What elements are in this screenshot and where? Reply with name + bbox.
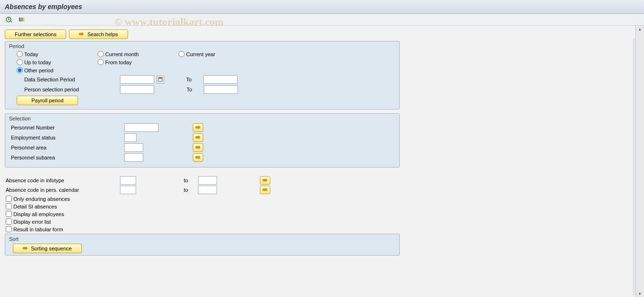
absence-infotype-label: Absence code in infotype	[6, 178, 120, 183]
absence-infotype-to-input[interactable]	[198, 176, 217, 185]
selection-group: Selection Personnel Number Employment st…	[5, 113, 400, 168]
data-selection-from-input[interactable]	[120, 75, 154, 84]
detail-si-absences-label[interactable]: Detail SI absences	[13, 204, 57, 209]
to-label-3: to	[184, 178, 198, 183]
result-tabular-checkbox[interactable]	[6, 226, 12, 232]
arrow-right-icon	[79, 32, 84, 37]
period-legend: Period	[8, 42, 396, 51]
page-title: Absences by employees	[0, 0, 644, 14]
radio-current-year[interactable]	[178, 51, 185, 57]
radio-current-month-label[interactable]: Current month	[105, 51, 139, 57]
arrow-right-icon	[196, 125, 201, 130]
svg-rect-3	[22, 18, 23, 21]
data-selection-to-input[interactable]	[203, 75, 238, 84]
svg-rect-2	[20, 18, 21, 21]
main-content: Further selections Search helps Period T…	[0, 26, 644, 297]
arrow-right-icon	[263, 188, 268, 193]
sort-legend: Sort	[8, 235, 396, 244]
arrow-right-icon	[196, 155, 201, 160]
multiple-selection-button[interactable]	[193, 133, 203, 142]
app-toolbar	[0, 14, 644, 26]
radio-from-today-label[interactable]: From today	[105, 59, 132, 65]
multiple-selection-button[interactable]	[193, 143, 203, 152]
multiple-selection-button[interactable]	[193, 123, 203, 132]
radio-other-period[interactable]	[17, 67, 23, 73]
radio-today-label[interactable]: Today	[24, 51, 38, 57]
personnel-number-label: Personnel Number	[11, 125, 121, 130]
personnel-number-input[interactable]	[124, 123, 159, 132]
radio-up-to-today[interactable]	[17, 59, 23, 65]
radio-current-year-label[interactable]: Current year	[186, 51, 215, 57]
personnel-subarea-label: Personnel subarea	[11, 155, 121, 160]
svg-rect-1	[19, 18, 20, 21]
execute-icon[interactable]	[5, 16, 13, 23]
radio-today[interactable]	[17, 51, 23, 57]
svg-rect-4	[23, 18, 24, 21]
to-label-4: to	[184, 187, 198, 193]
absence-calendar-to-input[interactable]	[198, 186, 217, 194]
personnel-subarea-input[interactable]	[124, 153, 143, 162]
period-group: Period Today Current month Current year …	[5, 41, 400, 109]
radio-up-to-today-label[interactable]: Up to today	[24, 59, 51, 65]
display-error-list-checkbox[interactable]	[6, 218, 12, 225]
sorting-sequence-button[interactable]: Sorting sequence	[13, 244, 82, 253]
radio-other-period-label[interactable]: Other period	[24, 68, 53, 73]
arrow-right-icon	[196, 145, 201, 150]
employment-status-label: Employment status	[11, 135, 121, 140]
sort-group: Sort Sorting sequence	[5, 234, 400, 256]
to-label-1: To	[186, 77, 200, 82]
personnel-area-label: Personnel area	[11, 145, 121, 150]
payroll-period-button[interactable]: Payroll period	[17, 96, 78, 105]
employment-status-input[interactable]	[124, 133, 137, 142]
search-helps-button[interactable]: Search helps	[69, 30, 128, 39]
selection-legend: Selection	[8, 115, 396, 123]
scroll-up-icon[interactable]: ▴	[639, 27, 641, 31]
arrow-right-icon	[263, 178, 268, 183]
person-selection-from-input[interactable]	[120, 85, 154, 94]
data-selection-period-label: Data Selection Period	[24, 77, 117, 82]
personnel-area-input[interactable]	[124, 143, 143, 152]
svg-rect-6	[159, 78, 162, 79]
multiple-selection-button[interactable]	[193, 153, 203, 162]
display-all-employees-checkbox[interactable]	[6, 211, 12, 217]
absence-calendar-from-input[interactable]	[120, 186, 136, 194]
to-label-2: To	[187, 87, 201, 92]
only-enduring-absences-checkbox[interactable]	[6, 196, 12, 202]
display-error-list-label[interactable]: Display error list	[13, 219, 51, 225]
display-all-employees-label[interactable]: Display all employees	[13, 211, 64, 217]
absence-infotype-from-input[interactable]	[120, 176, 136, 185]
scroll-down-icon[interactable]: ▾	[639, 291, 641, 296]
multiple-selection-button[interactable]	[260, 186, 270, 194]
only-enduring-absences-label[interactable]: Only enduring absences	[13, 196, 70, 202]
variant-icon[interactable]	[18, 16, 27, 23]
absence-calendar-label: Absence code in pers. calendar	[6, 187, 120, 193]
further-selections-button[interactable]: Further selections	[5, 30, 66, 39]
person-selection-to-input[interactable]	[204, 85, 238, 94]
arrow-right-icon	[23, 246, 28, 251]
vertical-scrollbar[interactable]: ▴ ▾	[635, 26, 644, 297]
arrow-right-icon	[196, 135, 201, 140]
detail-si-absences-checkbox[interactable]	[6, 203, 12, 209]
result-tabular-label[interactable]: Result in tabular form	[13, 227, 63, 232]
radio-current-month[interactable]	[98, 51, 104, 57]
multiple-selection-button[interactable]	[260, 176, 270, 185]
person-selection-period-label: Person selection period	[24, 87, 117, 92]
radio-from-today[interactable]	[98, 59, 104, 65]
f4-help-button[interactable]	[157, 76, 164, 84]
